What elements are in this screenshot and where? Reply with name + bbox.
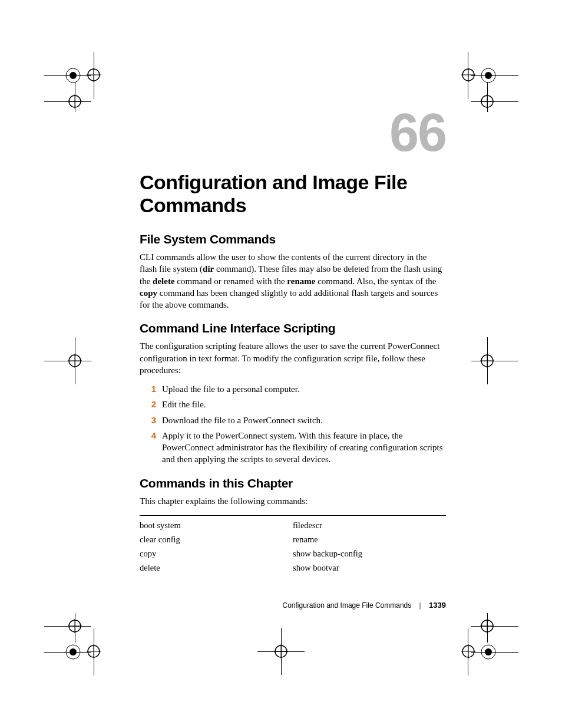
list-item: 1Upload the file to a personal computer.	[140, 383, 446, 395]
list-item: 3Download the file to a PowerConnect swi…	[140, 414, 446, 426]
command-link: clear config	[140, 535, 293, 545]
registration-mark-icon	[87, 644, 101, 658]
page-number: 1339	[429, 601, 446, 610]
crop-mark	[281, 628, 282, 675]
crop-mark	[44, 75, 91, 76]
list-item: 4Apply it to the PowerConnect system. Wi…	[140, 430, 446, 466]
crop-mark	[487, 83, 488, 112]
footer-separator: |	[419, 601, 421, 610]
crop-mark	[44, 361, 91, 361]
command-link: show backup-config	[293, 549, 446, 559]
crop-mark	[75, 337, 75, 384]
section-heading-cli-scripting: Command Line Interface Scripting	[140, 321, 446, 335]
command-link: filedescr	[293, 521, 446, 531]
section-heading-commands-chapter: Commands in this Chapter	[140, 476, 446, 490]
crop-mark	[471, 101, 518, 102]
chapter-number: 66	[140, 106, 446, 159]
crop-mark	[44, 652, 91, 653]
commands-chapter-paragraph: This chapter explains the following comm…	[140, 495, 446, 507]
registration-mark-icon	[461, 68, 475, 82]
file-system-paragraph: CLI commands allow the user to show the …	[140, 251, 446, 311]
chapter-title: Configuration and Image File Commands	[140, 171, 446, 217]
crop-mark	[487, 613, 488, 643]
crop-mark	[44, 626, 91, 627]
cli-scripting-paragraph: The configuration scripting feature allo…	[140, 340, 446, 376]
list-item: 2Edit the file.	[140, 398, 446, 410]
crop-mark	[75, 613, 75, 643]
commands-table: boot system clear config copy delete fil…	[140, 515, 446, 577]
crop-mark	[471, 361, 518, 361]
section-heading-file-system: File System Commands	[140, 232, 446, 246]
crop-mark	[471, 626, 518, 627]
page-footer: Configuration and Image File Commands | …	[282, 601, 446, 610]
command-link: show bootvar	[293, 563, 446, 573]
commands-column-right: filedescr rename show backup-config show…	[293, 521, 446, 577]
cli-steps-list: 1Upload the file to a personal computer.…	[140, 383, 446, 466]
crop-mark	[487, 337, 488, 384]
crop-mark	[75, 83, 75, 112]
crop-mark	[471, 75, 518, 76]
crop-mark	[44, 101, 91, 102]
command-link: rename	[293, 535, 446, 545]
registration-mark-icon	[461, 644, 475, 658]
footer-title: Configuration and Image File Commands	[282, 601, 411, 610]
commands-column-left: boot system clear config copy delete	[140, 521, 293, 577]
crop-mark	[471, 652, 518, 653]
command-link: copy	[140, 549, 293, 559]
command-link: delete	[140, 563, 293, 573]
command-link: boot system	[140, 521, 293, 531]
registration-mark-icon	[87, 68, 101, 82]
